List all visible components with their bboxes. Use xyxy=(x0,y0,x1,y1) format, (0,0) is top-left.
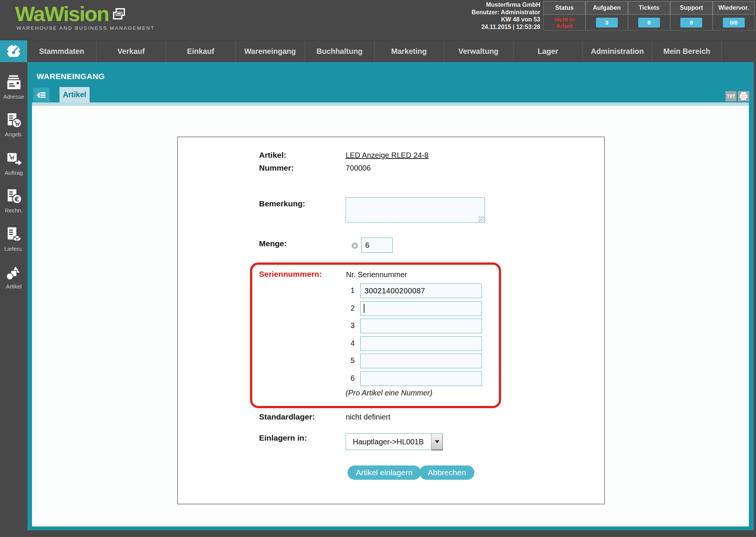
main-nav: Stammdaten Verkauf Einkauf Wareneingang … xyxy=(0,40,756,62)
nummer-label: Nummer: xyxy=(259,163,294,172)
serial-input-2[interactable] xyxy=(360,301,482,316)
seriennummern-column-header: Nr. Seriennummer xyxy=(346,270,407,279)
wiedervorlage-count-badge[interactable]: 0/0 xyxy=(723,18,745,27)
aufgaben-count-badge[interactable]: 3 xyxy=(596,18,618,27)
gauge-icon xyxy=(6,43,21,59)
status-column-header: Status xyxy=(543,1,585,15)
serial-note: (Pro Artikel eine Nummer) xyxy=(346,389,432,397)
status-summary-table: Status Aufgaben Tickets Support Wiedervo… xyxy=(543,1,755,31)
sidebar-item-label: Rechn. xyxy=(0,207,27,214)
abbrechen-button[interactable]: Abbrechen xyxy=(419,465,474,480)
logo[interactable]: WaWision WAREHOUSE AND BUSINESS MANAGEME… xyxy=(15,3,155,31)
nav-item-lager[interactable]: Lager xyxy=(513,40,583,62)
wiedervorlage-value-cell: 0/0 xyxy=(713,15,755,31)
tab-artikel[interactable]: Artikel xyxy=(59,87,90,102)
txt-icon: TXT xyxy=(727,94,735,99)
sidebar: Adresse Angeb. Auftra xyxy=(0,62,27,537)
logo-mark-icon xyxy=(113,8,125,20)
page-title: WARENEINGANG xyxy=(37,72,105,81)
address-icon xyxy=(6,75,22,91)
top-header: WaWision WAREHOUSE AND BUSINESS MANAGEME… xyxy=(0,0,756,40)
serial-row-number: 2 xyxy=(343,304,355,313)
status-value-cell: nicht in Arbeit xyxy=(543,15,585,31)
sidebar-item-label: Artikel xyxy=(0,283,27,290)
sidebar-item-angebot[interactable]: Angeb. xyxy=(0,112,27,137)
invoice-icon: € xyxy=(6,188,22,205)
nav-item-verwaltung[interactable]: Verwaltung xyxy=(444,40,513,62)
bemerkung-field-wrap xyxy=(346,197,485,223)
menge-input[interactable] xyxy=(361,238,393,253)
nav-item-marketing[interactable]: Marketing xyxy=(374,40,444,62)
standardlager-label: Standardlager: xyxy=(259,412,315,421)
sidebar-item-lieferung[interactable]: Lieferu. xyxy=(0,226,27,252)
artikel-link[interactable]: LED Anzeige RLED 24-8 xyxy=(346,151,428,160)
nav-item-verkauf[interactable]: Verkauf xyxy=(96,40,166,62)
serial-row-number: 1 xyxy=(343,286,355,295)
back-to-list-button[interactable] xyxy=(33,88,50,102)
serial-row-number: 6 xyxy=(343,374,355,383)
company-name: Musterfirma GmbH xyxy=(471,1,540,9)
standardlager-value: nicht definiert xyxy=(346,413,390,421)
tickets-value-cell: 0 xyxy=(628,15,670,31)
serial-input-5[interactable] xyxy=(360,354,482,368)
serial-input-1[interactable] xyxy=(360,284,482,298)
nav-item-buchhaltung[interactable]: Buchhaltung xyxy=(305,40,374,62)
content-area: WARENEINGANG Artikel TXT xyxy=(27,62,754,530)
sidebar-item-rechnung[interactable]: € Rechn. xyxy=(0,188,27,214)
sidebar-item-artikel[interactable]: Artikel xyxy=(0,264,27,290)
printer-icon xyxy=(739,92,748,101)
serial-input-6[interactable] xyxy=(360,371,482,386)
support-count-badge[interactable]: 0 xyxy=(680,18,702,27)
logo-text: WaWision xyxy=(15,3,109,25)
nav-item-mein-bereich[interactable]: Mein Bereich xyxy=(652,40,722,62)
support-column-header: Support xyxy=(670,1,712,15)
svg-text:€: € xyxy=(14,195,19,203)
support-value-cell: 0 xyxy=(670,15,712,31)
home-button[interactable] xyxy=(0,40,27,62)
nav-item-stammdaten[interactable]: Stammdaten xyxy=(27,40,96,62)
serial-row-number: 3 xyxy=(343,321,355,330)
offer-icon xyxy=(6,112,22,129)
serial-input-3[interactable] xyxy=(360,319,482,333)
bemerkung-label: Bemerkung: xyxy=(259,199,305,208)
sidebar-item-label: Angeb. xyxy=(0,131,27,137)
resize-grip[interactable] xyxy=(478,216,484,222)
delivery-icon xyxy=(6,226,22,243)
chevron-down-icon[interactable] xyxy=(431,434,442,450)
sidebar-item-label: Adresse xyxy=(0,93,27,100)
einlagern-label: Einlagern in: xyxy=(259,433,307,442)
txt-export-button[interactable]: TXT xyxy=(726,91,736,101)
back-list-icon xyxy=(36,91,47,99)
serial-row-number: 4 xyxy=(343,339,355,348)
article-icon xyxy=(6,264,22,281)
tickets-count-badge[interactable]: 0 xyxy=(638,18,660,27)
calendar-week-line: KW 48 von 53 xyxy=(471,16,540,23)
print-button[interactable] xyxy=(738,91,749,101)
radio-dot xyxy=(354,244,356,247)
nav-item-administration[interactable]: Administration xyxy=(582,40,652,62)
sidebar-item-label: Lieferu. xyxy=(0,246,27,252)
content-divider-strip xyxy=(32,102,749,106)
app-root: WaWision WAREHOUSE AND BUSINESS MANAGEME… xyxy=(0,0,756,537)
nav-item-wareneingang[interactable]: Wareneingang xyxy=(235,40,305,62)
artikel-einlagern-button[interactable]: Artikel einlagern xyxy=(348,465,421,480)
order-icon xyxy=(6,151,22,167)
status-value: nicht in Arbeit xyxy=(551,16,578,29)
sidebar-item-label: Auftrag xyxy=(0,169,27,176)
sidebar-item-adresse[interactable]: Adresse xyxy=(0,75,27,100)
menge-radio[interactable] xyxy=(352,243,358,249)
text-caret xyxy=(364,304,364,313)
nav-spacer xyxy=(721,40,756,62)
seriennummern-label: Seriennummern: xyxy=(259,270,322,279)
serial-row-number: 5 xyxy=(343,356,355,365)
aufgaben-column-header: Aufgaben xyxy=(585,1,628,15)
nav-item-einkauf[interactable]: Einkauf xyxy=(166,40,235,62)
wiedervorlage-column-header: Wiedervor. xyxy=(713,1,755,15)
wareneingang-form: Artikel: LED Anzeige RLED 24-8 Nummer: 7… xyxy=(177,137,605,504)
content-panel: Artikel: LED Anzeige RLED 24-8 Nummer: 7… xyxy=(32,106,749,526)
user-line: Benutzer: Administrator xyxy=(471,9,540,16)
einlagern-select[interactable]: Hauptlager->HL001B xyxy=(346,433,443,450)
bemerkung-textarea[interactable] xyxy=(346,197,485,223)
sidebar-item-auftrag[interactable]: Auftrag xyxy=(0,151,27,176)
serial-input-4[interactable] xyxy=(360,336,482,351)
